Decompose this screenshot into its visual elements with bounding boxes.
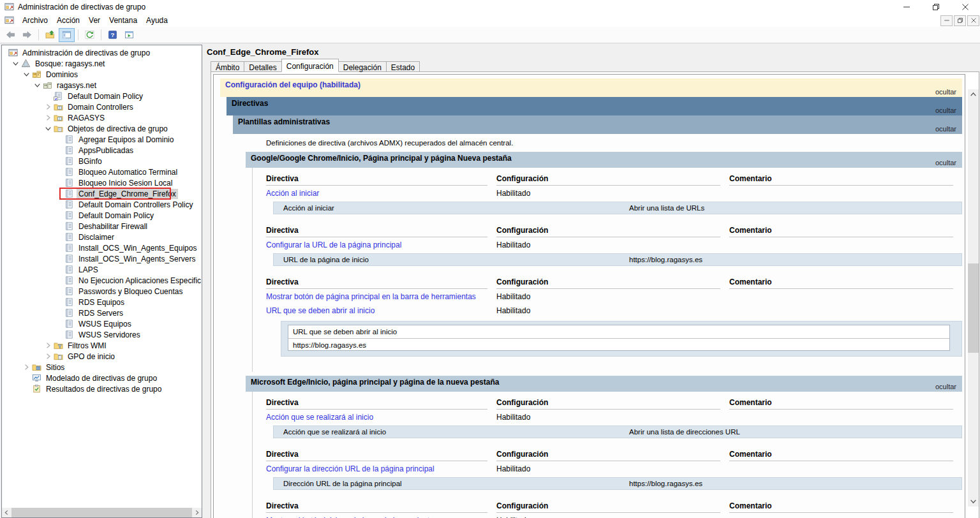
- restore-icon[interactable]: [921, 0, 951, 14]
- show-window-button[interactable]: [121, 28, 137, 42]
- column-header-directiva: Directiva: [266, 448, 487, 461]
- wmi-folder-icon: [53, 341, 64, 350]
- title-bar: Administración de directivas de grupo: [0, 0, 980, 15]
- chevron-right-icon[interactable]: [21, 362, 31, 372]
- tree-item-bloqueo-inicio-sesion-local[interactable]: Bloqueo Inicio Sesion Local: [3, 177, 201, 188]
- menu-ver[interactable]: Ver: [84, 15, 105, 26]
- results-icon: [31, 384, 42, 394]
- tree-item-resultados-de-directivas-de-grupo[interactable]: Resultados de directivas de grupo: [3, 383, 201, 394]
- gpo-link-icon: [53, 91, 64, 101]
- tree-item-laps[interactable]: LAPS: [3, 264, 201, 275]
- tab-estado[interactable]: Estado: [386, 61, 420, 72]
- child-restore-icon[interactable]: [954, 15, 966, 26]
- tree-item-rds-servers[interactable]: RDS Servers: [3, 307, 201, 318]
- chevron-down-icon[interactable]: [43, 124, 53, 133]
- tree-item-bginfo[interactable]: BGinfo: [3, 156, 201, 166]
- hide-link[interactable]: ocultar: [935, 125, 956, 133]
- gpo-icon: [64, 286, 75, 296]
- tree-item-wsus-equipos[interactable]: WSUS Equipos: [3, 318, 201, 329]
- tab-configuracion[interactable]: Configuración: [281, 59, 339, 72]
- tree-item-disclaimer[interactable]: Disclaimer: [3, 232, 201, 242]
- tree-item-deshabilitar-firewall[interactable]: Deshabilitar Firewall: [3, 221, 201, 232]
- tree-item-default-domain-policy[interactable]: Default Domain Policy: [3, 210, 201, 221]
- policy-link[interactable]: Configurar la dirección URL de la página…: [266, 464, 496, 473]
- report-vertical-scrollbar[interactable]: [968, 89, 979, 507]
- tree-item-conf-edge-chrome-firefox[interactable]: Conf_Edge_Chrome_Firefox: [3, 188, 201, 199]
- settings-report: Configuración del equipo (habilitada)ocu…: [213, 74, 965, 518]
- app-icon: [4, 2, 15, 12]
- child-close-icon[interactable]: [967, 15, 979, 26]
- tree-item-label: Default Domain Policy: [66, 91, 145, 101]
- help-button[interactable]: ?: [105, 28, 121, 42]
- tree-item-appspublicadas[interactable]: AppsPublicadas: [3, 145, 201, 156]
- tree-item-wsus-servidores[interactable]: WSUS Servidores: [3, 329, 201, 340]
- tree-item-default-domain-policy[interactable]: Default Domain Policy: [3, 91, 201, 101]
- tree-item-administracion-de-directivas-de-grupo[interactable]: Administración de directivas de grupo: [3, 47, 201, 58]
- column-header-configuracion: Configuración: [496, 448, 720, 461]
- hide-link[interactable]: ocultar: [935, 159, 956, 166]
- chevron-down-icon[interactable]: [32, 80, 42, 90]
- modeling-icon: [31, 373, 42, 383]
- menu-accion[interactable]: Acción: [52, 15, 84, 26]
- tree-item-rds-equipos[interactable]: RDS Equipos: [3, 297, 201, 307]
- hide-link[interactable]: ocultar: [935, 383, 956, 390]
- scrollbar-thumb[interactable]: [11, 508, 192, 517]
- chevron-down-icon[interactable]: [21, 70, 31, 79]
- tab-delegacion[interactable]: Delegación: [338, 61, 387, 72]
- policy-link[interactable]: Acción que se realizará al inicio: [266, 413, 496, 422]
- scroll-up-icon[interactable]: [968, 89, 979, 100]
- chevron-down-icon[interactable]: [10, 59, 20, 68]
- tree-item-ragasys-net[interactable]: ragasys.net: [3, 80, 201, 91]
- policy-link[interactable]: URL que se deben abrir al inicio: [266, 306, 496, 315]
- tree-item-install-ocs-win-agents-equipos[interactable]: Install_OCS_Win_Agents_Equipos: [3, 242, 201, 253]
- policy-link[interactable]: Acción al iniciar: [266, 189, 496, 198]
- scroll-down-icon[interactable]: [968, 496, 979, 507]
- back-icon: [6, 30, 15, 40]
- menu-archivo[interactable]: Archivo: [18, 15, 52, 26]
- up-one-level-button[interactable]: [42, 28, 58, 42]
- tree-item-passwords-y-bloqueo-cuentas[interactable]: Passwords y Bloqueo Cuentas: [3, 286, 201, 297]
- minimize-icon[interactable]: [892, 0, 921, 14]
- chevron-right-icon[interactable]: [43, 113, 53, 122]
- policy-link[interactable]: Configurar la URL de la página principal: [266, 241, 496, 249]
- tree-item-dominios[interactable]: Dominios: [3, 69, 201, 80]
- policy-row: Configurar la dirección URL de la página…: [266, 461, 962, 475]
- close-icon[interactable]: [951, 0, 980, 14]
- policy-link[interactable]: Mostrar botón de página principal en la …: [266, 292, 496, 301]
- chevron-right-icon[interactable]: [43, 352, 53, 361]
- console-tree-toggle-button[interactable]: [59, 28, 75, 42]
- gpo-icon: [64, 221, 75, 231]
- tree-item-agregar-equipos-al-dominio[interactable]: Agregar Equipos al Dominio: [3, 134, 201, 145]
- tree-item-objetos-de-directiva-de-grupo[interactable]: Objetos de directiva de grupo: [3, 123, 201, 134]
- menu-ayuda[interactable]: Ayuda: [142, 15, 172, 26]
- tree-item-default-domain-controllers-policy[interactable]: Default Domain Controllers Policy: [3, 199, 201, 210]
- tree-item-label: Resultados de directivas de grupo: [44, 384, 163, 394]
- tab-ambito[interactable]: Ámbito: [211, 61, 244, 72]
- tree-item-gpo-de-inicio[interactable]: GPO de inicio: [3, 351, 201, 362]
- tree-item-ragasys[interactable]: RAGASYS: [3, 112, 201, 123]
- menu-ventana[interactable]: Ventana: [105, 15, 142, 26]
- policy-comment: [729, 306, 962, 315]
- tree-item-domain-controllers[interactable]: Domain Controllers: [3, 101, 201, 112]
- tree-item-label: Deshabilitar Firewall: [77, 221, 149, 232]
- hide-link[interactable]: ocultar: [935, 88, 956, 96]
- tree-item-no-ejecucion-aplicaciones-especificadas[interactable]: No Ejecucion Aplicaciones Especificadas: [3, 275, 201, 286]
- tree-item-modelado-de-directivas-de-grupo[interactable]: Modelado de directivas de grupo: [3, 373, 201, 383]
- chevron-right-icon[interactable]: [43, 341, 53, 350]
- tree-item-filtros-wmi[interactable]: Filtros WMI: [3, 340, 201, 351]
- tree-item-bloqueo-automatico-terminal[interactable]: Bloqueo Automatico Terminal: [3, 166, 201, 177]
- hide-link[interactable]: ocultar: [935, 107, 956, 114]
- tree-horizontal-scrollbar[interactable]: [2, 508, 202, 517]
- forward-button[interactable]: [19, 28, 35, 42]
- tree-item-bosque-ragasys-net[interactable]: Bosque: ragasys.net: [3, 58, 201, 69]
- scroll-left-icon[interactable]: [2, 508, 11, 517]
- tree-item-install-ocs-win-agents-servers[interactable]: Install_OCS_Win_Agents_Servers: [3, 253, 201, 264]
- chevron-right-icon[interactable]: [43, 102, 53, 112]
- tab-detalles[interactable]: Detalles: [244, 61, 281, 72]
- back-button[interactable]: [3, 28, 19, 42]
- scroll-right-icon[interactable]: [192, 508, 202, 517]
- tree-item-sitios[interactable]: Sitios: [3, 362, 201, 373]
- scrollbar-thumb[interactable]: [968, 263, 979, 353]
- child-minimize-icon[interactable]: [940, 15, 953, 26]
- refresh-button[interactable]: [82, 28, 98, 42]
